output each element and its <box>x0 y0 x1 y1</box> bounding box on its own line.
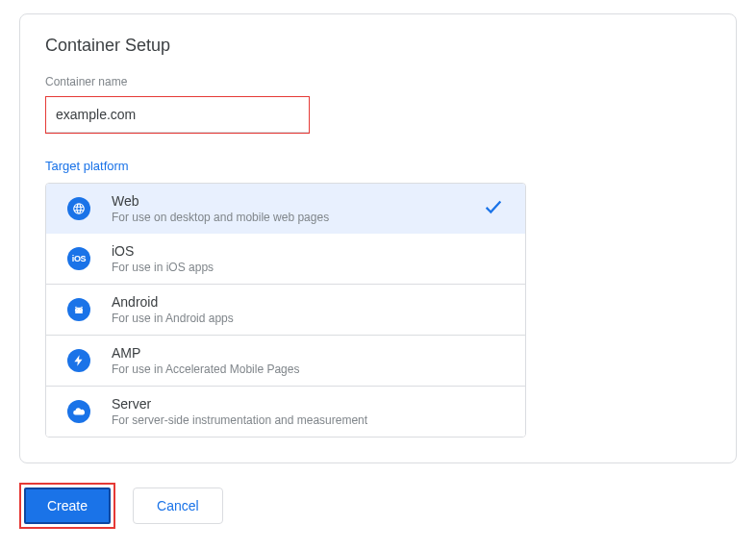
platform-desc: For use in iOS apps <box>112 261 508 274</box>
platform-name: AMP <box>112 345 508 361</box>
check-icon <box>483 196 504 221</box>
android-icon <box>67 298 90 321</box>
platform-text: Server For server-side instrumentation a… <box>112 396 508 427</box>
platform-name: Android <box>112 294 508 310</box>
container-name-input[interactable] <box>46 97 309 133</box>
platform-desc: For use on desktop and mobile web pages <box>112 211 483 224</box>
cloud-icon <box>67 400 90 423</box>
platform-text: Android For use in Android apps <box>112 294 508 325</box>
platform-option-server[interactable]: Server For server-side instrumentation a… <box>46 387 525 437</box>
platform-name: iOS <box>112 243 508 259</box>
platform-option-ios[interactable]: iOS iOS For use in iOS apps <box>46 234 525 285</box>
action-bar: Create Cancel <box>19 483 737 529</box>
platform-option-web[interactable]: Web For use on desktop and mobile web pa… <box>45 183 526 235</box>
platform-name: Web <box>112 193 483 209</box>
container-name-highlight <box>45 96 310 134</box>
bolt-icon <box>67 349 90 372</box>
platform-text: AMP For use in Accelerated Mobile Pages <box>112 345 508 376</box>
page-title: Container Setup <box>45 36 711 56</box>
platform-option-amp[interactable]: AMP For use in Accelerated Mobile Pages <box>46 336 525 387</box>
platform-desc: For use in Accelerated Mobile Pages <box>112 362 508 376</box>
platform-option-android[interactable]: Android For use in Android apps <box>46 285 525 336</box>
globe-icon <box>67 197 90 220</box>
platform-list: Web For use on desktop and mobile web pa… <box>45 183 526 438</box>
container-name-label: Container name <box>45 75 711 88</box>
platform-desc: For use in Android apps <box>112 312 508 325</box>
target-platform-label: Target platform <box>45 159 711 173</box>
create-highlight: Create <box>19 483 115 529</box>
platform-text: iOS For use in iOS apps <box>112 243 508 274</box>
platform-name: Server <box>112 396 508 412</box>
create-button[interactable]: Create <box>24 488 111 524</box>
ios-icon: iOS <box>67 247 90 270</box>
platform-text: Web For use on desktop and mobile web pa… <box>112 193 483 224</box>
platform-desc: For server-side instrumentation and meas… <box>112 413 508 427</box>
cancel-button[interactable]: Cancel <box>133 488 223 524</box>
container-setup-card: Container Setup Container name Target pl… <box>19 13 737 463</box>
